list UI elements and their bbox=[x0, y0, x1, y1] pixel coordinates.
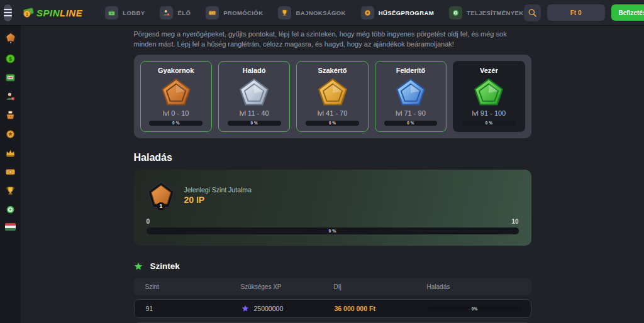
tier-card-halado[interactable]: Haladó lvl 11 - 40 0 % bbox=[218, 61, 290, 132]
scale-start: 0 bbox=[147, 218, 150, 225]
row-progress-bar: 0% bbox=[428, 306, 522, 311]
column-prize: Díj bbox=[334, 283, 427, 290]
nav-label-lobby: LOBBY bbox=[123, 9, 145, 16]
progress-section-title: Haladás bbox=[134, 152, 531, 163]
top-navbar: 1 SPINLINE LOBBY ÉLŐ PROMÓCIÓK BA bbox=[0, 0, 644, 25]
loyalty-intro-text: Pörgesd meg a nyerőgépeket, gyűjts ponto… bbox=[134, 30, 531, 49]
current-progress-card: 1 Jelenlegi Szint Jutalma 20 IP 0 10 0 % bbox=[134, 170, 531, 246]
tier-name: Haladó bbox=[243, 67, 266, 74]
nav-item-live[interactable]: ÉLŐ bbox=[160, 6, 191, 19]
tier-progress-bar: 0 % bbox=[228, 121, 281, 126]
tier-cards-panel: Gyakornok lvl 0 - 10 0 % Haladó bbox=[134, 55, 531, 138]
level-row-91[interactable]: 91 25000000 36 000 000 Ft 0% bbox=[134, 299, 531, 318]
tier-badge-green-icon bbox=[472, 77, 505, 106]
reward-label: Jelenlegi Szint Jutalma bbox=[184, 186, 252, 194]
logo-text: SPINLINE bbox=[36, 8, 82, 18]
live-casino-icon bbox=[160, 6, 173, 19]
column-xp: Szükséges XP bbox=[241, 283, 334, 290]
ticket-icon bbox=[5, 167, 16, 177]
nav-item-achievements[interactable]: TELJESÍTMÉNYEK bbox=[449, 6, 524, 19]
target-icon bbox=[5, 204, 16, 215]
sidebar-item-shop[interactable] bbox=[4, 110, 17, 121]
nav-item-lobby[interactable]: LOBBY bbox=[105, 6, 145, 19]
tier-name: Vezér bbox=[480, 67, 498, 74]
scale-end: 10 bbox=[511, 218, 518, 225]
reward-value: 20 IP bbox=[184, 195, 252, 205]
coin-icon: $ bbox=[5, 53, 16, 64]
sidebar-level-value: 0 bbox=[9, 41, 11, 44]
tier-badge-gold-icon bbox=[316, 77, 349, 106]
achievements-target-icon bbox=[449, 6, 462, 19]
crown-icon bbox=[5, 148, 16, 158]
level-progress-bar: 0 % bbox=[147, 227, 519, 234]
current-level-badge-icon: 1 bbox=[147, 180, 175, 211]
tier-badge-silver-icon bbox=[238, 77, 270, 106]
sidebar-item-coins[interactable]: $ bbox=[4, 53, 17, 64]
nav-item-loyalty[interactable]: HŰSÉGPROGRAM bbox=[361, 6, 434, 19]
nav-label-promotions: PROMÓCIÓK bbox=[223, 9, 263, 16]
tier-progress-bar: 0 % bbox=[149, 121, 203, 126]
nav-label-tournaments: BAJNOKSÁGOK bbox=[296, 9, 345, 16]
sidebar-item-language[interactable] bbox=[4, 223, 17, 231]
slot-machine-icon bbox=[5, 72, 16, 83]
tier-card-gyakornok[interactable]: Gyakornok lvl 0 - 10 0 % bbox=[140, 61, 212, 132]
promotions-ticket-icon bbox=[206, 6, 219, 19]
sidebar-item-tournaments[interactable] bbox=[4, 185, 17, 196]
tier-progress-bar: 0 % bbox=[306, 121, 359, 126]
sidebar-item-promotions[interactable] bbox=[4, 167, 17, 177]
tier-card-felderito[interactable]: Felderítő lvl 71 - 90 0 % bbox=[375, 61, 447, 132]
sidebar-item-achievements[interactable] bbox=[4, 204, 17, 215]
tier-card-vezer[interactable]: Vezér lvl 91 - 100 0 % bbox=[453, 61, 525, 132]
column-progress: Haladás bbox=[427, 283, 520, 290]
nav-label-live: ÉLŐ bbox=[177, 9, 191, 16]
hamburger-menu-button[interactable] bbox=[4, 4, 12, 21]
tournaments-trophy-icon bbox=[278, 6, 291, 19]
navbar-actions: Ft 0 Befizetés bbox=[524, 4, 644, 21]
basket-icon bbox=[5, 110, 16, 121]
star-icon bbox=[134, 262, 143, 271]
nav-label-loyalty: HŰSÉGPROGRAM bbox=[379, 9, 434, 16]
search-button[interactable] bbox=[524, 4, 541, 21]
nav-item-promotions[interactable]: PROMÓCIÓK bbox=[206, 6, 263, 19]
tier-range: lvl 41 - 70 bbox=[318, 109, 348, 117]
nav-item-tournaments[interactable]: BAJNOKSÁGOK bbox=[278, 6, 345, 19]
levels-section-title: Szintek bbox=[150, 261, 180, 271]
tier-progress-bar: 0 % bbox=[462, 121, 516, 126]
tier-name: Szakértő bbox=[318, 67, 347, 74]
logo[interactable]: 1 SPINLINE bbox=[22, 6, 82, 19]
deposit-button[interactable]: Befizetés bbox=[611, 4, 644, 21]
dealer-icon bbox=[5, 91, 16, 102]
tier-range: lvl 91 - 100 bbox=[472, 109, 506, 117]
xp-star-icon bbox=[242, 305, 249, 312]
svg-text:1: 1 bbox=[26, 12, 28, 16]
logo-coin-icon: 1 bbox=[22, 6, 35, 19]
sidebar-level-badge[interactable]: 0 bbox=[4, 30, 17, 45]
tier-card-szakerto[interactable]: Szakértő lvl 41 - 70 0 % bbox=[296, 61, 368, 132]
main-area: Pörgesd meg a nyerőgépeket, gyűjts ponto… bbox=[21, 25, 644, 323]
hungary-flag-icon bbox=[5, 223, 16, 231]
search-icon bbox=[528, 8, 537, 18]
prize-cell: 36 000 000 Ft bbox=[335, 305, 428, 312]
main-menu: LOBBY ÉLŐ PROMÓCIÓK BAJNOKSÁGOK HŰSÉGPRO… bbox=[105, 6, 523, 19]
tier-range: lvl 0 - 10 bbox=[163, 109, 189, 117]
column-level: Szint bbox=[145, 283, 241, 290]
sidebar-item-loyalty[interactable] bbox=[4, 129, 17, 140]
levels-section-header: Szintek bbox=[134, 261, 531, 271]
loyalty-medal-icon bbox=[361, 6, 374, 19]
tier-name: Felderítő bbox=[396, 67, 425, 74]
balance-button[interactable]: Ft 0 bbox=[547, 4, 605, 21]
current-level-number: 1 bbox=[159, 203, 162, 209]
lobby-icon bbox=[105, 6, 118, 19]
sidebar-item-live-casino[interactable] bbox=[4, 91, 17, 102]
xp-cell: 25000000 bbox=[242, 305, 335, 312]
level-cell: 91 bbox=[146, 305, 242, 312]
tier-name: Gyakornok bbox=[158, 67, 194, 74]
levels-table-header: Szint Szükséges XP Díj Haladás bbox=[134, 278, 531, 295]
svg-text:$: $ bbox=[9, 56, 12, 62]
medal-icon bbox=[5, 129, 16, 140]
tier-badge-blue-icon bbox=[394, 77, 427, 106]
left-sidebar: 0 $ bbox=[0, 25, 21, 323]
sidebar-item-slots[interactable] bbox=[4, 72, 17, 83]
nav-label-achievements: TELJESÍTMÉNYEK bbox=[467, 9, 524, 16]
sidebar-item-vip[interactable] bbox=[4, 148, 17, 158]
